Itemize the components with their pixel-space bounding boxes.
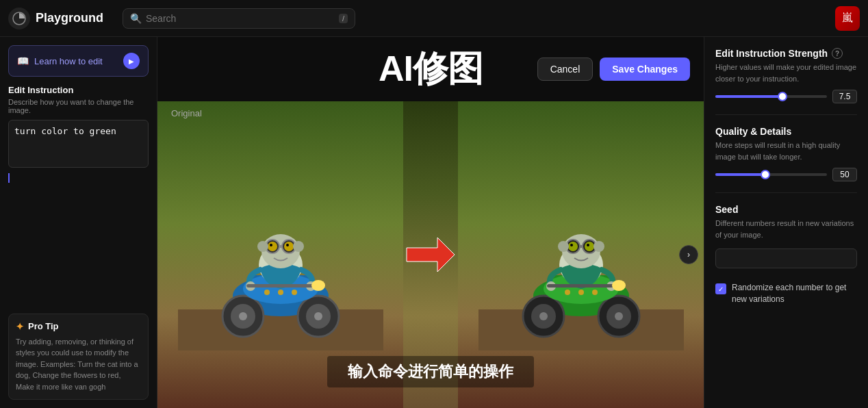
search-input[interactable] (146, 13, 335, 24)
seed-input[interactable] (715, 248, 857, 268)
svg-point-26 (257, 241, 268, 252)
star-icon: ✦ (16, 321, 24, 332)
quality-slider-track[interactable] (715, 173, 827, 176)
svg-point-52 (585, 242, 594, 251)
svg-point-63 (592, 290, 598, 295)
center-content: AI修图 Cancel Save Changes Original (157, 37, 704, 408)
text-cursor (8, 173, 10, 183)
edit-instruction-input[interactable]: turn color to green (8, 120, 149, 168)
learn-button-label: Learn how to edit (34, 56, 118, 66)
left-sidebar: 📖 Learn how to edit ▶ Edit Instruction D… (0, 37, 157, 408)
seed-section: Seed Different numbers result in new var… (715, 204, 857, 268)
quality-slider-thumb[interactable] (761, 170, 770, 179)
strength-title: Edit Instruction Strength ? (715, 48, 857, 59)
edited-frog-bike (478, 159, 684, 350)
svg-point-27 (293, 241, 304, 252)
divider-1 (715, 114, 857, 115)
svg-point-53 (570, 244, 573, 246)
topbar: Playground 🔍 / 嵐 (0, 0, 868, 37)
pro-tip-header: ✦ Pro Tip (16, 321, 141, 332)
search-icon: 🔍 (130, 13, 142, 24)
svg-point-62 (578, 290, 584, 295)
search-bar[interactable]: 🔍 / (123, 8, 355, 29)
svg-rect-57 (580, 245, 583, 248)
learn-how-to-edit-button[interactable]: 📖 Learn how to edit ▶ (8, 45, 149, 77)
strength-info-icon[interactable]: ? (832, 48, 843, 59)
logo-icon (8, 8, 30, 29)
main-layout: 📖 Learn how to edit ▶ Edit Instruction D… (0, 37, 868, 408)
strength-value: 7.5 (832, 90, 857, 103)
svg-point-21 (270, 244, 272, 246)
strength-slider-track[interactable] (715, 95, 827, 98)
svg-point-42 (539, 312, 548, 320)
arrow-divider (403, 231, 458, 279)
strength-slider-fill (715, 95, 782, 98)
randomize-row: ✓ Randomize each number to get new varia… (715, 282, 857, 305)
pro-tip-box: ✦ Pro Tip Try adding, removing, or think… (8, 314, 149, 400)
pro-tip-title: Pro Tip (28, 321, 59, 331)
svg-point-20 (284, 242, 294, 251)
svg-point-58 (558, 241, 569, 252)
edit-instruction-title: Edit Instruction (8, 85, 149, 95)
right-sidebar: Edit Instruction Strength ? Higher value… (704, 37, 868, 408)
logo-area: Playground (8, 8, 114, 29)
play-icon: ▶ (123, 53, 140, 69)
quality-desc: More steps will result in a high quality… (715, 140, 857, 162)
svg-point-29 (264, 290, 270, 295)
svg-rect-25 (279, 245, 282, 248)
randomize-checkbox[interactable]: ✓ (715, 283, 726, 294)
image-area: Original (157, 101, 704, 408)
quality-slider-fill (715, 173, 765, 176)
svg-point-30 (278, 290, 283, 295)
strength-section: Edit Instruction Strength ? Higher value… (715, 48, 857, 103)
keyboard-shortcut: / (339, 14, 348, 23)
save-changes-button[interactable]: Save Changes (600, 58, 690, 81)
svg-rect-47 (547, 284, 615, 288)
red-arrow-icon (403, 231, 458, 279)
svg-point-19 (268, 242, 277, 251)
quality-value: 50 (832, 168, 857, 181)
action-buttons: Cancel Save Changes (537, 58, 690, 81)
svg-point-7 (314, 312, 322, 320)
main-title: AI修图 (379, 45, 483, 93)
svg-point-39 (615, 312, 623, 320)
cancel-button[interactable]: Cancel (537, 58, 593, 81)
avatar[interactable]: 嵐 (835, 6, 860, 31)
svg-point-28 (311, 280, 325, 291)
divider-2 (715, 192, 857, 193)
edit-instruction-desc: Describe how you want to change the imag… (8, 98, 149, 114)
seed-title: Seed (715, 204, 857, 215)
svg-point-54 (587, 244, 589, 246)
svg-point-59 (593, 241, 604, 252)
center-header: AI修图 Cancel Save Changes (157, 37, 704, 101)
original-label: Original (171, 108, 202, 118)
svg-point-10 (239, 312, 247, 320)
svg-marker-32 (407, 238, 455, 272)
pro-tip-text: Try adding, removing, or thinking of sty… (16, 336, 141, 393)
original-frog-bike (178, 159, 383, 350)
seed-desc: Different numbers result in new variatio… (715, 218, 857, 240)
edit-instruction-section: Edit Instruction Describe how you want t… (8, 85, 149, 186)
svg-point-60 (612, 280, 626, 291)
strength-slider-thumb[interactable] (778, 92, 787, 101)
strength-desc: Higher values will make your edited imag… (715, 62, 857, 84)
app-title: Playground (36, 11, 103, 25)
svg-point-22 (286, 244, 289, 246)
scene-subtitle: 输入命令进行简单的操作 (327, 356, 534, 387)
randomize-label: Randomize each number to get new variati… (732, 282, 857, 305)
svg-point-31 (292, 290, 297, 295)
next-image-button[interactable]: › (679, 245, 698, 264)
quality-slider-container: 50 (715, 168, 857, 181)
strength-slider-container: 7.5 (715, 90, 857, 103)
svg-point-51 (568, 242, 578, 251)
svg-point-61 (565, 290, 570, 295)
svg-rect-15 (246, 284, 315, 288)
quality-title: Quality & Details (715, 126, 857, 137)
book-icon: 📖 (17, 55, 29, 66)
quality-section: Quality & Details More steps will result… (715, 126, 857, 181)
scene-container: 输入命令进行简单的操作 › (157, 101, 704, 408)
